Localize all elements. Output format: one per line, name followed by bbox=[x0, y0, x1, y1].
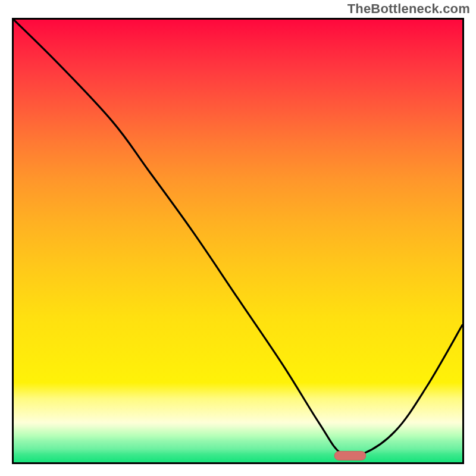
bottleneck-curve bbox=[14, 20, 462, 457]
plot-area bbox=[12, 18, 464, 464]
chart-overlay bbox=[14, 20, 462, 462]
watermark-text: TheBottleneck.com bbox=[347, 1, 470, 17]
optimal-marker bbox=[334, 451, 366, 460]
